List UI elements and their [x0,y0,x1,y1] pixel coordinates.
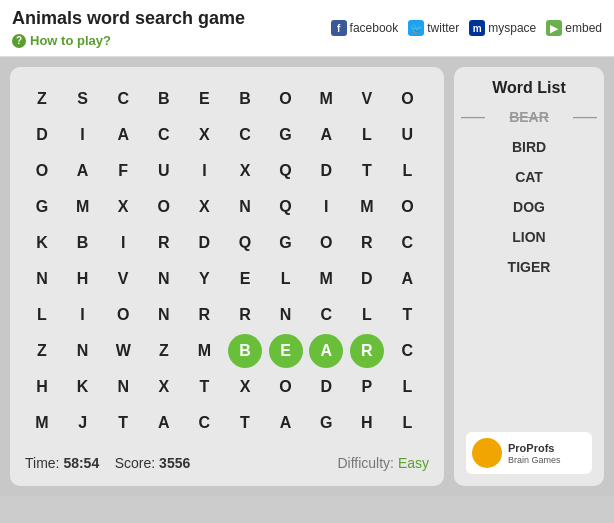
grid-cell[interactable]: O [390,82,424,116]
grid-cell[interactable]: G [269,226,303,260]
grid-cell[interactable]: Q [269,154,303,188]
grid-cell[interactable]: L [25,298,59,332]
grid-cell[interactable]: X [228,370,262,404]
grid-cell[interactable]: L [269,262,303,296]
grid-cell[interactable]: T [228,406,262,440]
myspace-link[interactable]: m myspace [469,20,536,36]
grid-cell[interactable]: R [228,298,262,332]
grid-cell[interactable]: K [66,370,100,404]
grid-cell[interactable]: Q [228,226,262,260]
grid-cell[interactable]: T [350,154,384,188]
grid-cell[interactable]: I [187,154,221,188]
grid-cell[interactable]: N [147,298,181,332]
grid-cell[interactable]: A [309,334,343,368]
grid-cell[interactable]: B [228,82,262,116]
grid-cell[interactable]: D [309,154,343,188]
grid-cell[interactable]: N [147,262,181,296]
grid-cell[interactable]: C [147,118,181,152]
grid-cell[interactable]: C [228,118,262,152]
grid-cell[interactable]: D [25,118,59,152]
grid-cell[interactable]: C [309,298,343,332]
grid-cell[interactable]: R [147,226,181,260]
grid-cell[interactable]: M [66,190,100,224]
grid-cell[interactable]: M [350,190,384,224]
grid-cell[interactable]: T [187,370,221,404]
grid-cell[interactable]: V [350,82,384,116]
grid-cell[interactable]: A [269,406,303,440]
grid-cell[interactable]: E [269,334,303,368]
grid-cell[interactable]: H [25,370,59,404]
grid-cell[interactable]: X [106,190,140,224]
grid-cell[interactable]: L [350,298,384,332]
grid-cell[interactable]: U [147,154,181,188]
grid-cell[interactable]: A [147,406,181,440]
grid-cell[interactable]: G [25,190,59,224]
grid-cell[interactable]: T [106,406,140,440]
grid-cell[interactable]: H [66,262,100,296]
grid-cell[interactable]: N [269,298,303,332]
grid-cell[interactable]: L [390,370,424,404]
grid-cell[interactable]: N [228,190,262,224]
grid-cell[interactable]: N [25,262,59,296]
grid-cell[interactable]: A [390,262,424,296]
grid-cell[interactable]: Z [25,82,59,116]
grid-cell[interactable]: R [350,226,384,260]
grid-cell[interactable]: D [309,370,343,404]
grid-cell[interactable]: E [187,82,221,116]
grid-cell[interactable]: P [350,370,384,404]
grid-cell[interactable]: B [147,82,181,116]
grid-cell[interactable]: H [350,406,384,440]
facebook-link[interactable]: f facebook [331,20,399,36]
grid-cell[interactable]: Z [25,334,59,368]
grid-cell[interactable]: A [66,154,100,188]
grid-cell[interactable]: I [66,118,100,152]
grid-cell[interactable]: J [66,406,100,440]
grid-cell[interactable]: O [147,190,181,224]
grid-cell[interactable]: W [106,334,140,368]
grid-cell[interactable]: X [187,118,221,152]
grid-cell[interactable]: B [66,226,100,260]
grid-cell[interactable]: Z [147,334,181,368]
grid-cell[interactable]: V [106,262,140,296]
grid-cell[interactable]: I [106,226,140,260]
grid-cell[interactable]: N [66,334,100,368]
grid-cell[interactable]: M [187,334,221,368]
grid-cell[interactable]: S [66,82,100,116]
grid-cell[interactable]: C [187,406,221,440]
grid-cell[interactable]: M [25,406,59,440]
twitter-link[interactable]: 🐦 twitter [408,20,459,36]
grid-cell[interactable]: O [309,226,343,260]
grid-cell[interactable]: D [187,226,221,260]
grid-cell[interactable]: B [228,334,262,368]
grid-cell[interactable]: E [228,262,262,296]
grid-cell[interactable]: O [25,154,59,188]
grid-cell[interactable]: A [106,118,140,152]
grid-cell[interactable]: D [350,262,384,296]
grid-cell[interactable]: O [390,190,424,224]
grid-cell[interactable]: N [106,370,140,404]
grid-cell[interactable]: A [309,118,343,152]
grid-cell[interactable]: R [350,334,384,368]
grid-cell[interactable]: C [106,82,140,116]
grid-cell[interactable]: X [147,370,181,404]
grid-cell[interactable]: O [269,370,303,404]
grid-cell[interactable]: G [269,118,303,152]
how-to-play-link[interactable]: ? How to play? [12,33,245,48]
grid-cell[interactable]: L [350,118,384,152]
grid-cell[interactable]: Q [269,190,303,224]
grid-cell[interactable]: C [390,334,424,368]
grid-cell[interactable]: K [25,226,59,260]
grid-cell[interactable]: L [390,154,424,188]
grid-cell[interactable]: L [390,406,424,440]
grid-cell[interactable]: X [228,154,262,188]
grid-cell[interactable]: U [390,118,424,152]
grid-cell[interactable]: T [390,298,424,332]
grid-cell[interactable]: I [66,298,100,332]
grid-cell[interactable]: M [309,82,343,116]
grid-cell[interactable]: I [309,190,343,224]
grid-cell[interactable]: R [187,298,221,332]
grid-cell[interactable]: C [390,226,424,260]
grid-cell[interactable]: O [106,298,140,332]
grid-cell[interactable]: O [269,82,303,116]
embed-link[interactable]: ▶ embed [546,20,602,36]
